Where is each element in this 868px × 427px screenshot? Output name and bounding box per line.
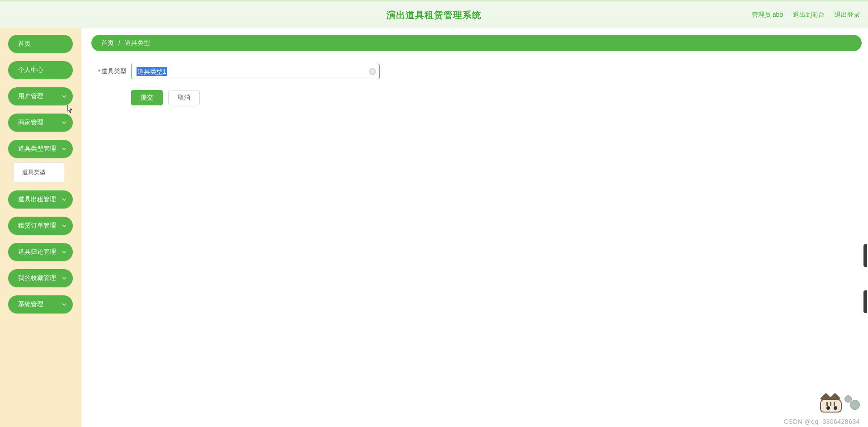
- to-front-link[interactable]: 退出到前台: [793, 11, 825, 19]
- mascot-icon: [819, 397, 860, 419]
- header-bar: 演出道具租赁管理系统 管理员 abo 退出到前台 退出登录: [0, 0, 868, 28]
- app-title: 演出道具租赁管理系统: [387, 9, 481, 21]
- form-buttons: 提交 取消: [131, 90, 862, 105]
- sidebar-item-orders[interactable]: 租赁订单管理: [8, 217, 73, 235]
- sidebar: 首页 个人中心 用户管理 商家管理 道具类型管理 道具类型 道具出租管理: [0, 28, 81, 427]
- sidebar-item-favorites[interactable]: 我的收藏管理: [8, 269, 73, 287]
- sidebar-item-label: 系统管理: [18, 300, 43, 308]
- sidebar-subpanel-prop-types: 道具类型: [14, 162, 64, 182]
- sidebar-item-label: 首页: [18, 40, 31, 48]
- chevron-down-icon: [62, 197, 66, 202]
- watermark-text: CSDN @qq_3306428634: [784, 418, 860, 425]
- sidebar-item-label: 道具类型管理: [18, 145, 56, 153]
- sidebar-item-label: 道具归还管理: [18, 248, 56, 256]
- chevron-down-icon: [62, 302, 66, 307]
- chevron-down-icon: [62, 250, 66, 254]
- breadcrumb: 首页 / 道具类型: [91, 35, 862, 51]
- sidebar-item-returns[interactable]: 道具归还管理: [8, 243, 73, 261]
- sidebar-subitem-prop-type[interactable]: 道具类型: [14, 166, 64, 179]
- sidebar-item-label: 道具出租管理: [18, 195, 56, 204]
- submit-button[interactable]: 提交: [131, 90, 163, 105]
- chevron-down-icon: [62, 276, 66, 280]
- main-content: 首页 / 道具类型 * 道具类型 道具类型1: [81, 28, 868, 427]
- sidebar-item-system[interactable]: 系统管理: [8, 295, 73, 313]
- breadcrumb-separator: /: [118, 39, 120, 47]
- sidebar-item-rentals[interactable]: 道具出租管理: [8, 190, 73, 209]
- chevron-down-icon: [62, 94, 66, 99]
- floating-widget: CSDN @qq_3306428634: [784, 397, 860, 425]
- sidebar-item-label: 租赁订单管理: [18, 222, 56, 230]
- breadcrumb-current: 道具类型: [125, 39, 150, 47]
- rail-handle[interactable]: [863, 244, 867, 267]
- sidebar-item-merchants[interactable]: 商家管理: [8, 114, 73, 132]
- cancel-button[interactable]: 取消: [168, 90, 200, 105]
- sidebar-item-label: 商家管理: [18, 119, 43, 127]
- clear-icon[interactable]: [369, 68, 376, 75]
- prop-type-input[interactable]: [131, 64, 380, 79]
- sidebar-item-label: 我的收藏管理: [18, 274, 56, 282]
- user-link[interactable]: 管理员 abo: [752, 11, 783, 19]
- sidebar-item-home[interactable]: 首页: [8, 35, 73, 53]
- form-label-prop-type: * 道具类型: [94, 67, 127, 76]
- rail-handle[interactable]: [863, 290, 867, 313]
- logout-link[interactable]: 退出登录: [835, 11, 860, 19]
- sidebar-item-label: 个人中心: [18, 66, 43, 74]
- header-right: 管理员 abo 退出到前台 退出登录: [752, 11, 860, 19]
- chevron-down-icon: [62, 223, 66, 228]
- chevron-down-icon: [62, 120, 66, 125]
- chevron-down-icon: [62, 147, 66, 151]
- required-mark: *: [98, 68, 100, 75]
- form: * 道具类型 道具类型1 提交 取消: [91, 64, 862, 105]
- sidebar-item-profile[interactable]: 个人中心: [8, 61, 73, 79]
- input-wrap-prop-type: 道具类型1: [131, 64, 380, 79]
- sidebar-item-prop-types[interactable]: 道具类型管理: [8, 140, 73, 158]
- form-row-prop-type: * 道具类型 道具类型1: [94, 64, 862, 79]
- label-text: 道具类型: [101, 67, 127, 76]
- right-rail: [863, 244, 868, 313]
- sidebar-item-users[interactable]: 用户管理: [8, 87, 73, 105]
- sidebar-item-label: 用户管理: [18, 92, 43, 100]
- cursor-icon: [66, 104, 74, 114]
- breadcrumb-home[interactable]: 首页: [101, 39, 114, 47]
